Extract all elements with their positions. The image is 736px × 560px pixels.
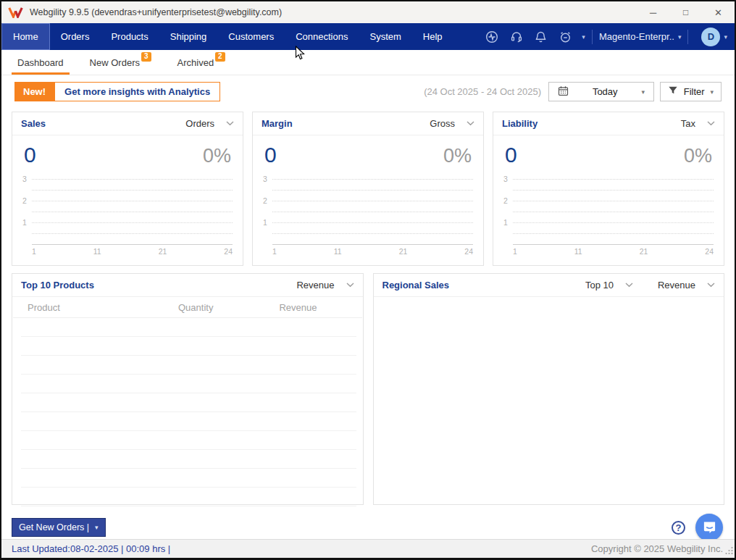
liability-value: 0 xyxy=(505,144,517,166)
table-row xyxy=(21,375,356,393)
app-window: Webgility 9.9.5 (devendras+unifyenterpri… xyxy=(0,0,736,560)
headset-icon[interactable] xyxy=(510,30,523,43)
top-products-metric-dropdown[interactable]: Revenue xyxy=(296,280,354,291)
nav-item-connections[interactable]: Connections xyxy=(285,23,359,50)
y-tick: 1 xyxy=(22,218,27,227)
table-row xyxy=(21,469,356,488)
date-preset-dropdown[interactable]: Today ▾ xyxy=(548,82,654,101)
margin-metric-dropdown[interactable]: Gross xyxy=(430,118,474,129)
nav-item-help[interactable]: Help xyxy=(412,23,453,50)
webgility-logo-icon xyxy=(8,7,23,18)
x-tick: 24 xyxy=(705,247,714,256)
close-button[interactable]: ✕ xyxy=(702,1,735,23)
avatar-caret-down-icon[interactable]: ▾ xyxy=(724,33,727,41)
x-tick: 11 xyxy=(574,247,582,256)
get-new-orders-button[interactable]: Get New Orders | ▾ xyxy=(12,518,106,537)
x-tick: 21 xyxy=(640,247,648,256)
copyright-label: Copyright © 2025 Webgility Inc. xyxy=(591,543,723,554)
nav-divider xyxy=(687,30,688,44)
liability-chart: 3 2 1 1 11 21 24 xyxy=(503,177,714,256)
y-tick: 3 xyxy=(263,175,267,183)
regional-scope-dropdown[interactable]: Top 10 xyxy=(585,280,633,291)
regional-metric-dropdown[interactable]: Revenue xyxy=(658,280,715,291)
tab-label: New Orders xyxy=(90,57,140,68)
analytics-button[interactable]: Get more insights with Analytics xyxy=(54,82,220,101)
sales-card: Sales Orders 0 0% 3 2 1 xyxy=(12,112,243,266)
tab-new-orders[interactable]: New Orders 3 xyxy=(81,50,160,75)
sales-card-title: Sales xyxy=(21,118,46,129)
nav-item-home[interactable]: Home xyxy=(1,23,50,50)
liability-percent: 0% xyxy=(684,146,712,166)
nav-item-products[interactable]: Products xyxy=(100,23,159,50)
chevron-down-icon xyxy=(467,121,474,126)
x-tick: 21 xyxy=(399,247,408,256)
x-tick: 11 xyxy=(334,247,342,256)
x-tick: 11 xyxy=(93,247,101,256)
caret-down-icon: ▾ xyxy=(641,88,645,96)
dropdown-value: Top 10 xyxy=(585,280,614,291)
caret-down-icon: ▾ xyxy=(710,88,714,96)
new-orders-count-badge: 3 xyxy=(141,52,151,62)
alarm-caret-down-icon[interactable]: ▾ xyxy=(582,33,585,41)
dropdown-value: Gross xyxy=(430,118,455,129)
tab-label: Dashboard xyxy=(17,57,64,68)
tab-bar: Dashboard New Orders 3 Archived 2 xyxy=(1,50,735,75)
dropdown-value: Orders xyxy=(185,118,214,129)
footer-action-row: Get New Orders | ▾ ? xyxy=(12,513,723,542)
top-products-title: Top 10 Products xyxy=(21,280,94,291)
activity-icon[interactable] xyxy=(485,30,498,43)
x-tick: 1 xyxy=(513,247,517,256)
tab-archived[interactable]: Archived 2 xyxy=(169,50,234,75)
get-new-orders-label: Get New Orders | xyxy=(19,522,89,532)
y-tick: 3 xyxy=(503,175,508,183)
window-title: Webgility 9.9.5 (devendras+unifyenterpri… xyxy=(30,7,282,17)
bell-icon[interactable] xyxy=(535,30,547,43)
tab-dashboard[interactable]: Dashboard xyxy=(9,50,72,75)
user-avatar[interactable]: D xyxy=(701,28,720,46)
sales-value: 0 xyxy=(24,144,36,166)
chat-icon[interactable] xyxy=(695,514,723,541)
nav-item-customers[interactable]: Customers xyxy=(217,23,285,50)
minimize-button[interactable]: ─ xyxy=(637,1,669,23)
y-tick: 2 xyxy=(22,196,27,205)
top-products-panel: Top 10 Products Revenue Product Quantity… xyxy=(12,273,364,505)
nav-item-orders[interactable]: Orders xyxy=(50,23,101,50)
filter-dropdown[interactable]: Filter ▾ xyxy=(660,82,722,101)
sales-metric-dropdown[interactable]: Orders xyxy=(185,118,234,129)
x-tick: 21 xyxy=(159,247,167,256)
y-tick: 2 xyxy=(503,196,508,205)
help-icon[interactable]: ? xyxy=(672,521,685,535)
dashboard-toolbar: New! Get more insights with Analytics (2… xyxy=(14,82,722,101)
lower-panels-row: Top 10 Products Revenue Product Quantity… xyxy=(12,273,724,505)
chevron-down-icon xyxy=(625,283,633,288)
store-selector[interactable]: Magento-Enterpr.. xyxy=(599,31,674,42)
last-updated-label: Last Updated:08-02-2025 | 00:09 hrs | xyxy=(12,543,170,554)
table-row xyxy=(21,356,356,375)
date-range-label: (24 Oct 2025 - 24 Oct 2025) xyxy=(424,86,541,97)
nav-item-system[interactable]: System xyxy=(359,23,411,50)
table-row xyxy=(21,337,356,356)
resize-grip-icon[interactable] xyxy=(724,546,734,557)
tab-label: Archived xyxy=(177,57,214,68)
maximize-button[interactable]: □ xyxy=(669,1,702,23)
top-products-column-headers: Product Quantity Revenue xyxy=(13,297,362,318)
liability-metric-dropdown[interactable]: Tax xyxy=(681,118,715,129)
dropdown-value: Revenue xyxy=(658,280,695,291)
chevron-down-icon xyxy=(226,121,234,126)
y-tick: 3 xyxy=(22,175,27,183)
chevron-down-icon xyxy=(707,283,715,288)
status-bar: Last Updated:08-02-2025 | 00:09 hrs | Co… xyxy=(1,539,735,558)
store-caret-down-icon[interactable]: ▾ xyxy=(678,33,682,41)
calendar-icon xyxy=(558,85,569,99)
table-row xyxy=(21,318,356,337)
top-products-rows xyxy=(12,318,363,506)
table-row xyxy=(21,488,356,506)
new-feature-badge: New! xyxy=(14,82,54,101)
x-tick: 24 xyxy=(224,247,233,256)
chevron-down-icon xyxy=(346,283,354,288)
alarm-icon[interactable] xyxy=(559,30,572,43)
column-header-product: Product xyxy=(13,302,141,313)
nav-item-shipping[interactable]: Shipping xyxy=(159,23,218,50)
margin-card: Margin Gross 0 0% 3 2 1 xyxy=(252,112,484,266)
column-header-quantity: Quantity xyxy=(141,302,251,313)
